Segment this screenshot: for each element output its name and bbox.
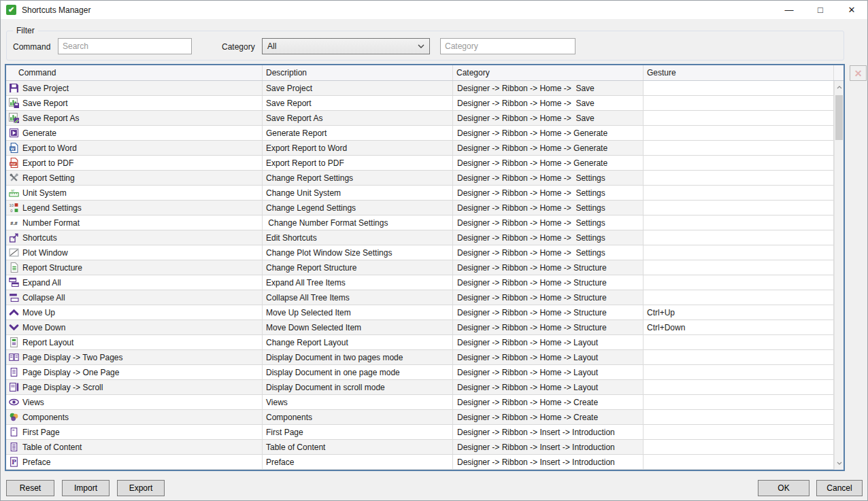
- description-cell[interactable]: Expand All Tree Items: [263, 275, 453, 290]
- description-cell[interactable]: Change Report Structure: [263, 260, 453, 275]
- table-row[interactable]: Expand AllExpand All Tree ItemsDesigner …: [6, 275, 844, 290]
- table-row[interactable]: Report SettingChange Report SettingsDesi…: [6, 171, 844, 186]
- gesture-cell[interactable]: Ctrl+Down: [644, 320, 834, 335]
- command-cell[interactable]: Components: [6, 410, 263, 425]
- category-cell[interactable]: Designer -> Ribbon -> Home -> Structure: [453, 305, 644, 320]
- column-header-command[interactable]: Command: [6, 65, 263, 80]
- column-header-description[interactable]: Description: [263, 65, 453, 80]
- description-cell[interactable]: Change Legend Settings: [263, 201, 453, 215]
- description-cell[interactable]: Table of Content: [263, 440, 453, 455]
- table-row[interactable]: PDFExport to PDFExport Report to PDFDesi…: [6, 156, 844, 171]
- gesture-cell[interactable]: [644, 126, 834, 141]
- category-dropdown[interactable]: All: [262, 38, 430, 54]
- command-search-input[interactable]: [58, 38, 192, 54]
- category-cell[interactable]: Designer -> Ribbon -> Insert -> Introduc…: [453, 455, 644, 470]
- table-row[interactable]: Plot WindowChange Plot Window Size Setti…: [6, 245, 844, 260]
- column-header-category[interactable]: Category: [453, 65, 644, 80]
- description-cell[interactable]: Change Plot Window Size Settings: [263, 245, 453, 260]
- command-cell[interactable]: Shortcuts: [6, 230, 263, 245]
- description-cell[interactable]: Export Report to Word: [263, 141, 453, 156]
- table-row[interactable]: First PageFirst PageDesigner -> Ribbon -…: [6, 425, 844, 440]
- gesture-cell[interactable]: [644, 335, 834, 350]
- table-row[interactable]: Report LayoutChange Report LayoutDesigne…: [6, 335, 844, 350]
- scroll-down-icon[interactable]: [835, 458, 844, 468]
- command-cell[interactable]: Move Down: [6, 320, 263, 335]
- category-cell[interactable]: Designer -> Ribbon -> Home -> Settings: [453, 201, 644, 215]
- category-cell[interactable]: Designer -> Ribbon -> Home -> Settings: [453, 186, 644, 201]
- table-row[interactable]: Page Display -> One PageDisplay Document…: [6, 365, 844, 380]
- gesture-cell[interactable]: [644, 410, 834, 425]
- command-cell[interactable]: Move Up: [6, 305, 263, 320]
- close-button[interactable]: ✕: [836, 1, 867, 19]
- vertical-scrollbar[interactable]: [834, 81, 844, 470]
- gesture-cell[interactable]: [644, 171, 834, 186]
- description-cell[interactable]: Edit Shortcuts: [263, 230, 453, 245]
- description-cell[interactable]: Export Report to PDF: [263, 156, 453, 171]
- gesture-cell[interactable]: [644, 201, 834, 215]
- category-cell[interactable]: Designer -> Ribbon -> Home -> Structure: [453, 275, 644, 290]
- command-cell[interactable]: Save Report As: [6, 111, 263, 126]
- command-cell[interactable]: Save Report: [6, 96, 263, 111]
- table-row[interactable]: Save Report AsSave Report AsDesigner -> …: [6, 111, 844, 126]
- category-cell[interactable]: Designer -> Ribbon -> Home -> Save: [453, 96, 644, 111]
- table-row[interactable]: PPrefacePrefaceDesigner -> Ribbon -> Ins…: [6, 455, 844, 470]
- category-filter-input[interactable]: [440, 38, 575, 54]
- gesture-cell[interactable]: [644, 275, 834, 290]
- description-cell[interactable]: Collapse All Tree Items: [263, 290, 453, 305]
- command-cell[interactable]: WExport to Word: [6, 141, 263, 156]
- command-cell[interactable]: Page Display -> Two Pages: [6, 350, 263, 365]
- category-cell[interactable]: Designer -> Ribbon -> Home -> Layout: [453, 365, 644, 380]
- gesture-cell[interactable]: [644, 156, 834, 171]
- maximize-button[interactable]: □: [805, 1, 836, 19]
- table-row[interactable]: ShortcutsEdit ShortcutsDesigner -> Ribbo…: [6, 230, 844, 245]
- category-cell[interactable]: Designer -> Ribbon -> Home -> Layout: [453, 350, 644, 365]
- command-cell[interactable]: Collapse All: [6, 290, 263, 305]
- delete-gesture-button[interactable]: ✕: [850, 65, 867, 81]
- command-cell[interactable]: Page Display -> Scroll: [6, 380, 263, 395]
- cancel-button[interactable]: Cancel: [816, 480, 863, 496]
- command-cell[interactable]: Expand All: [6, 275, 263, 290]
- command-cell[interactable]: Report Structure: [6, 260, 263, 275]
- category-cell[interactable]: Designer -> Ribbon -> Home -> Generate: [453, 141, 644, 156]
- description-cell[interactable]: Move Down Selected Item: [263, 320, 453, 335]
- description-cell[interactable]: Display Document in two pages mode: [263, 350, 453, 365]
- gesture-cell[interactable]: [644, 96, 834, 111]
- scroll-up-icon[interactable]: [835, 82, 844, 92]
- command-cell[interactable]: Report Layout: [6, 335, 263, 350]
- category-cell[interactable]: Designer -> Ribbon -> Home -> Settings: [453, 171, 644, 186]
- command-cell[interactable]: Page Display -> One Page: [6, 365, 263, 380]
- command-cell[interactable]: Generate: [6, 126, 263, 141]
- description-cell[interactable]: Change Report Layout: [263, 335, 453, 350]
- category-cell[interactable]: Designer -> Ribbon -> Home -> Structure: [453, 320, 644, 335]
- description-cell[interactable]: Preface: [263, 455, 453, 470]
- gesture-cell[interactable]: [644, 395, 834, 410]
- table-row[interactable]: Save ReportSave ReportDesigner -> Ribbon…: [6, 96, 844, 111]
- gesture-cell[interactable]: [644, 380, 834, 395]
- command-cell[interactable]: Plot Window: [6, 245, 263, 260]
- description-cell[interactable]: Components: [263, 410, 453, 425]
- command-cell[interactable]: First Page: [6, 425, 263, 440]
- gesture-cell[interactable]: [644, 455, 834, 470]
- export-button[interactable]: Export: [117, 480, 165, 496]
- scrollbar-thumb[interactable]: [835, 95, 843, 140]
- description-cell[interactable]: Change Report Settings: [263, 171, 453, 186]
- gesture-cell[interactable]: [644, 230, 834, 245]
- gesture-cell[interactable]: [644, 186, 834, 201]
- reset-button[interactable]: Reset: [6, 480, 54, 496]
- category-cell[interactable]: Designer -> Ribbon -> Insert -> Introduc…: [453, 440, 644, 455]
- description-cell[interactable]: Save Report As: [263, 111, 453, 126]
- category-cell[interactable]: Designer -> Ribbon -> Home -> Layout: [453, 335, 644, 350]
- command-cell[interactable]: Table of Content: [6, 440, 263, 455]
- table-row[interactable]: GenerateGenerate ReportDesigner -> Ribbo…: [6, 126, 844, 141]
- description-cell[interactable]: Change Unit System: [263, 186, 453, 201]
- gesture-cell[interactable]: [644, 365, 834, 380]
- description-cell[interactable]: Move Up Selected Item: [263, 305, 453, 320]
- description-cell[interactable]: Save Project: [263, 81, 453, 96]
- table-row[interactable]: siUnit SystemChange Unit SystemDesigner …: [6, 186, 844, 201]
- column-header-gesture[interactable]: Gesture: [644, 65, 834, 80]
- table-row[interactable]: 100Legend SettingsChange Legend Settings…: [6, 201, 844, 215]
- category-cell[interactable]: Designer -> Ribbon -> Home -> Structure: [453, 290, 644, 305]
- table-row[interactable]: WExport to WordExport Report to WordDesi…: [6, 141, 844, 156]
- gesture-cell[interactable]: [644, 290, 834, 305]
- command-cell[interactable]: siUnit System: [6, 186, 263, 201]
